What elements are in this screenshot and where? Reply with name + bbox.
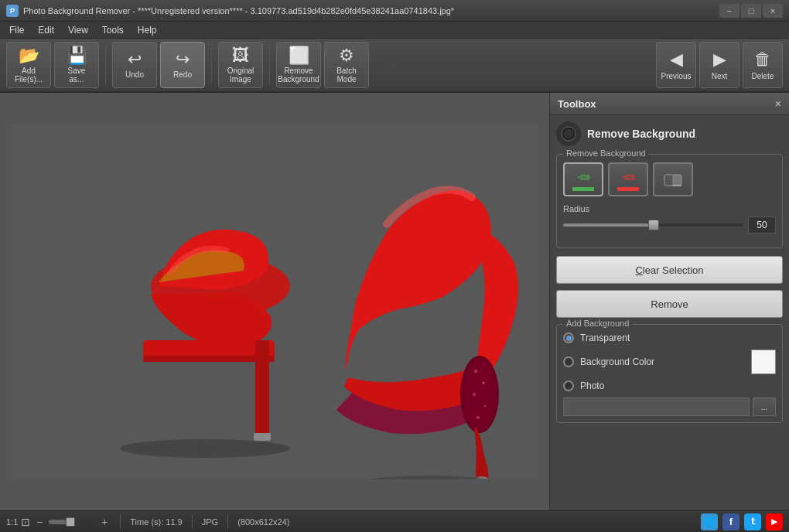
delete-button[interactable]: 🗑 Delete	[743, 42, 783, 88]
canvas-image	[12, 124, 538, 479]
radius-slider-fill	[563, 223, 654, 227]
remove-background-label: Remove Background	[278, 66, 319, 84]
radius-slider-thumb[interactable]	[648, 220, 659, 230]
svg-point-17	[564, 129, 573, 138]
transparent-option: Transparent	[563, 332, 776, 343]
add-files-icon: 📂	[19, 47, 39, 64]
menu-file[interactable]: File	[3, 23, 30, 37]
main-area: Toolbox × Remove Background Remove Backg…	[0, 93, 789, 510]
radius-value: 50	[748, 217, 776, 234]
title-bar: P Photo Background Remover - ****Unregis…	[0, 0, 789, 22]
status-separator-2	[192, 515, 193, 529]
svg-rect-3	[143, 356, 275, 362]
svg-point-12	[484, 405, 487, 408]
photo-path-input[interactable]	[563, 397, 750, 416]
toolbox-close-button[interactable]: ×	[775, 97, 781, 110]
toolbar-separator-2	[211, 46, 212, 84]
remove-bg-group-label: Remove Background	[563, 148, 649, 158]
social-links: 🌐 f 𝕥 ▶	[701, 513, 783, 530]
time-label: Time (s): 11.9	[130, 517, 182, 527]
batch-icon: ⚙	[339, 47, 354, 64]
radius-slider-track	[563, 223, 743, 227]
batch-mode-button[interactable]: ⚙ Batch Mode	[324, 42, 369, 88]
add-files-button[interactable]: 📂 Add File(s)...	[6, 42, 51, 88]
save-as-label: Save as...	[68, 66, 86, 84]
remove-label: Remove	[651, 298, 688, 310]
status-bar: 1:1 ⊡ − + Time (s): 11.9 JPG (800x612x24…	[0, 510, 789, 532]
twitter-icon[interactable]: 𝕥	[744, 513, 761, 530]
toolbar-separator	[105, 46, 106, 84]
original-image-icon: 🖼	[232, 47, 249, 64]
tool-buttons: ✏ ✏	[563, 162, 776, 196]
add-bg-group: Add Background Transparent Background Co…	[556, 324, 783, 423]
svg-point-10	[483, 382, 485, 384]
svg-point-8	[464, 360, 495, 429]
zoom-controls: 1:1 ⊡ − +	[6, 516, 111, 528]
remove-bg-section-title: Remove Background	[587, 128, 695, 140]
photo-option: Photo	[563, 380, 776, 391]
titlebar-controls: − □ ×	[719, 4, 783, 18]
svg-point-6	[120, 439, 290, 458]
remove-bg-icon: ⬜	[289, 47, 309, 64]
add-bg-group-label: Add Background	[563, 319, 632, 328]
color-picker-box[interactable]	[751, 350, 776, 374]
window-title: Photo Background Remover - ****Unregiste…	[23, 6, 454, 15]
menu-tools[interactable]: Tools	[96, 23, 130, 37]
minimize-button[interactable]: −	[719, 4, 739, 18]
remove-bg-section-icon	[556, 121, 581, 146]
undo-icon: ↩	[128, 51, 142, 68]
green-pen-button[interactable]: ✏	[563, 162, 603, 196]
clear-selection-label: Clear Selection	[635, 264, 703, 276]
undo-label: Undo	[125, 70, 144, 79]
menu-bar: File Edit View Tools Help	[0, 22, 789, 39]
clear-selection-button[interactable]: Clear Selection	[556, 256, 783, 284]
previous-icon: ◀	[670, 49, 683, 70]
zoom-fit-icon[interactable]: ⊡	[21, 516, 30, 528]
status-separator-1	[120, 515, 121, 529]
eraser-button[interactable]	[653, 162, 693, 196]
zoom-level: 1:1	[6, 517, 18, 527]
youtube-icon[interactable]: ▶	[766, 513, 783, 530]
red-pen-button[interactable]: ✏	[608, 162, 648, 196]
photo-path-row: ...	[563, 397, 776, 416]
zoom-slider-track	[49, 520, 95, 524]
close-button[interactable]: ×	[763, 4, 783, 18]
previous-label: Previous	[661, 72, 692, 80]
menu-view[interactable]: View	[62, 23, 94, 37]
zoom-in-button[interactable]: +	[98, 516, 111, 528]
zoom-slider-thumb[interactable]	[66, 517, 75, 527]
toolbox-panel: Toolbox × Remove Background Remove Backg…	[549, 93, 789, 510]
save-icon: 💾	[67, 47, 87, 64]
eraser-icon	[662, 169, 684, 190]
toolbar-separator-3	[269, 46, 270, 84]
transparent-radio[interactable]	[563, 332, 574, 343]
next-label: Next	[712, 72, 728, 80]
canvas-area[interactable]	[0, 93, 549, 510]
remove-background-button[interactable]: ⬜ Remove Background	[276, 42, 321, 88]
maximize-button[interactable]: □	[741, 4, 761, 18]
svg-point-9	[474, 370, 477, 373]
remove-bg-group: Remove Background ✏ ✏	[556, 154, 783, 248]
undo-button[interactable]: ↩ Undo	[112, 42, 157, 88]
remove-button[interactable]: Remove	[556, 290, 783, 318]
zoom-out-button[interactable]: −	[33, 516, 46, 528]
previous-button[interactable]: ◀ Previous	[656, 42, 696, 88]
delete-label: Delete	[752, 72, 774, 80]
save-as-button[interactable]: 💾 Save as...	[54, 42, 99, 88]
background-color-radio[interactable]	[563, 356, 574, 367]
next-button[interactable]: ▶ Next	[699, 42, 739, 88]
svg-rect-5	[254, 433, 271, 441]
original-image-button[interactable]: 🖼 Original Image	[218, 42, 263, 88]
browse-button[interactable]: ...	[753, 397, 776, 416]
website-icon[interactable]: 🌐	[701, 513, 718, 530]
toolbox-content: Remove Background Remove Background ✏	[550, 115, 789, 510]
photo-radio[interactable]	[563, 380, 574, 391]
menu-edit[interactable]: Edit	[32, 23, 60, 37]
next-icon: ▶	[713, 49, 726, 70]
redo-label: Redo	[173, 70, 192, 79]
facebook-icon[interactable]: f	[722, 513, 739, 530]
redo-button[interactable]: ↪ Redo	[160, 42, 205, 88]
menu-help[interactable]: Help	[132, 23, 163, 37]
redo-icon: ↪	[176, 51, 190, 68]
app-icon: P	[6, 5, 19, 17]
